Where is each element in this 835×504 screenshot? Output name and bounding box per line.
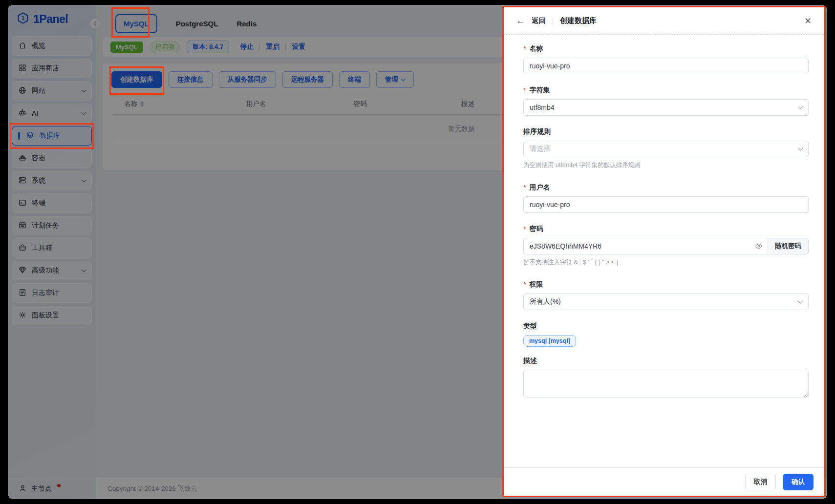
drawer-form: 名称 字符集 utf8mb4 排序规则 请选择 为空则使用 utf8mb4 字符… xyxy=(504,35,824,467)
app-window: 1 1Panel 概览 应用商店 网站 AI xyxy=(8,5,827,499)
password-help-text: 暂不支持注入字符 & ; $ ' ` ( ) " > < | xyxy=(523,258,809,267)
chevron-down-icon xyxy=(797,104,803,109)
password-input[interactable] xyxy=(523,238,768,254)
drawer-footer: 取消 确认 xyxy=(504,467,824,496)
description-textarea[interactable] xyxy=(523,370,809,398)
description-label: 描述 xyxy=(523,357,809,365)
charset-label: 字符集 xyxy=(523,86,809,95)
eye-icon[interactable] xyxy=(755,242,763,252)
collation-label: 排序规则 xyxy=(523,127,809,136)
back-button[interactable]: 返回 xyxy=(532,16,546,25)
chevron-down-icon xyxy=(797,145,803,150)
mysql-type-tag[interactable]: mysql [mysql] xyxy=(523,335,576,347)
username-label: 用户名 xyxy=(523,183,809,192)
back-arrow-icon[interactable]: ← xyxy=(516,16,525,26)
confirm-button[interactable]: 确认 xyxy=(783,474,814,490)
name-input[interactable] xyxy=(523,58,809,74)
drawer-title: 创建数据库 xyxy=(560,16,597,25)
chevron-down-icon xyxy=(797,298,803,303)
collation-help-text: 为空则使用 utf8mb4 字符集的默认排序规则 xyxy=(523,161,809,169)
create-database-drawer: ← 返回 创建数据库 ✕ 名称 字符集 utf8mb4 排序规则 请选择 为空则… xyxy=(502,6,826,497)
close-icon[interactable]: ✕ xyxy=(804,17,812,25)
collation-select[interactable]: 请选择 xyxy=(523,141,809,157)
name-label: 名称 xyxy=(523,44,809,53)
charset-select[interactable]: utf8mb4 xyxy=(523,99,809,116)
type-label: 类型 xyxy=(523,322,809,331)
permission-label: 权限 xyxy=(523,280,809,289)
random-password-button[interactable]: 随机密码 xyxy=(768,238,809,254)
password-label: 密码 xyxy=(523,225,809,233)
permission-select[interactable]: 所有人(%) xyxy=(523,294,809,310)
drawer-header: ← 返回 创建数据库 ✕ xyxy=(504,7,824,35)
divider xyxy=(553,18,553,24)
username-input[interactable] xyxy=(523,196,809,213)
cancel-button[interactable]: 取消 xyxy=(745,474,776,490)
